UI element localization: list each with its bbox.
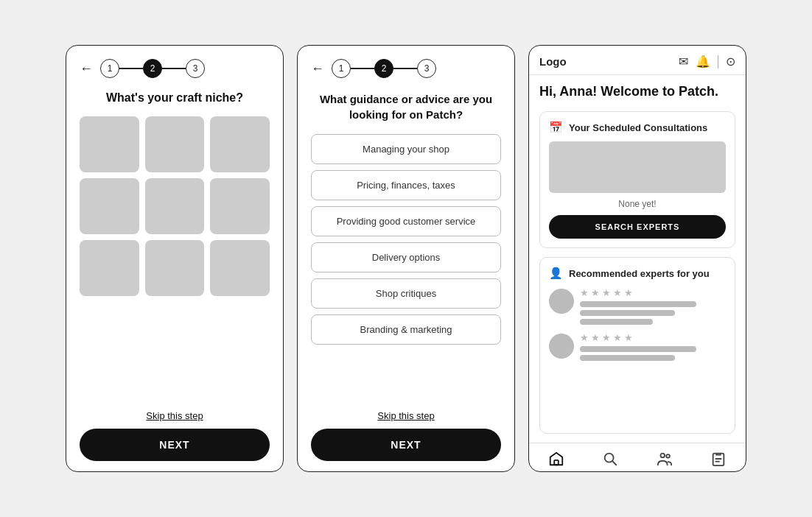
welcome-message: Hi, Anna! Welcome to Patch.: [539, 84, 735, 99]
expert-line-1a: [580, 301, 696, 307]
bottom-nav-home[interactable]: [548, 451, 564, 467]
consultations-card: 📅 Your Scheduled Consultations None yet!…: [539, 111, 735, 248]
star5: ★: [624, 287, 633, 298]
star1: ★: [580, 287, 589, 298]
svg-rect-0: [554, 460, 559, 465]
expert-line-2a: [580, 346, 696, 352]
recommended-title: Recommended experts for you: [569, 268, 710, 279]
header-icons: ✉ 🔔 ⊙: [679, 54, 735, 68]
step-1-screen2: 1: [332, 59, 351, 78]
bottom-nav-search[interactable]: [602, 451, 618, 467]
craft-niche-title: What's your craft niche?: [80, 91, 270, 105]
expert-row-2: ★ ★ ★ ★ ★: [549, 332, 726, 361]
star3: ★: [602, 287, 611, 298]
none-yet-label: None yet!: [549, 199, 726, 209]
grid-cell-2[interactable]: [145, 116, 205, 172]
expert-row-1: ★ ★ ★ ★ ★: [549, 287, 726, 325]
step-indicator-screen1: 1 2 3: [100, 59, 205, 78]
expert-info-1: ★ ★ ★ ★ ★: [580, 287, 726, 325]
step-3-screen1: 3: [186, 59, 205, 78]
screen-craft-niche: ← 1 2 3 What's your craft niche?: [66, 45, 284, 472]
star4: ★: [613, 332, 622, 343]
step-1-screen1: 1: [100, 59, 119, 78]
logo: Logo: [539, 55, 567, 68]
screen-dashboard: Logo ✉ 🔔 ⊙ Hi, Anna! Welcome to Patch. 📅…: [528, 45, 746, 472]
expert-avatar-2: [549, 334, 574, 359]
option-pricing[interactable]: Pricing, finances, taxes: [311, 170, 501, 200]
star2: ★: [591, 332, 600, 343]
grid-cell-1[interactable]: [80, 116, 139, 172]
expert-stars-2: ★ ★ ★ ★ ★: [580, 332, 726, 343]
option-shop-critiques[interactable]: Shop critiques: [311, 278, 501, 309]
calendar-icon: 📅: [549, 121, 563, 134]
option-delivery[interactable]: Delivery options: [311, 242, 501, 272]
top-nav-screen2: ← 1 2 3: [311, 59, 501, 78]
option-customer-service[interactable]: Providing good customer service: [311, 206, 501, 236]
step-line-2-screen1: [162, 68, 186, 69]
star2: ★: [591, 287, 600, 298]
expert-info-2: ★ ★ ★ ★ ★: [580, 332, 726, 361]
dashboard-body: Hi, Anna! Welcome to Patch. 📅 Your Sched…: [529, 75, 746, 443]
back-button-screen2[interactable]: ←: [311, 61, 324, 77]
step-3-screen2: 3: [417, 59, 436, 78]
craft-niche-grid: [80, 116, 270, 296]
grid-cell-9[interactable]: [210, 240, 270, 296]
expert-avatar-1: [549, 289, 574, 314]
bell-icon[interactable]: 🔔: [696, 54, 710, 68]
header-divider: [718, 55, 718, 68]
consultations-title: Your Scheduled Consultations: [569, 122, 707, 133]
skip-link-screen2[interactable]: Skip this step: [311, 410, 501, 421]
top-nav-screen1: ← 1 2 3: [80, 59, 270, 78]
star3: ★: [602, 332, 611, 343]
options-list: Managing your shop Pricing, finances, ta…: [311, 134, 501, 345]
expert-line-1b: [580, 310, 675, 316]
app-header: Logo ✉ 🔔 ⊙: [529, 46, 746, 75]
star5: ★: [624, 332, 633, 343]
svg-line-2: [612, 461, 616, 465]
recommended-header: 👤 Recommended experts for you: [549, 267, 726, 280]
grid-cell-5[interactable]: [145, 178, 205, 234]
consultations-header: 📅 Your Scheduled Consultations: [549, 121, 726, 134]
grid-cell-8[interactable]: [145, 240, 205, 296]
user-icon[interactable]: ⊙: [726, 54, 735, 68]
star1: ★: [580, 332, 589, 343]
search-experts-button[interactable]: SEARCH EXPERTS: [549, 215, 726, 239]
star4: ★: [613, 287, 622, 298]
step-2-screen2: 2: [374, 59, 393, 78]
expert-stars-1: ★ ★ ★ ★ ★: [580, 287, 726, 298]
back-button-screen1[interactable]: ←: [80, 61, 93, 77]
guidance-title: What guidance or advice are you looking …: [311, 91, 501, 122]
step-2-screen1: 2: [143, 59, 162, 78]
grid-cell-7[interactable]: [80, 240, 139, 296]
svg-point-3: [660, 454, 665, 458]
email-icon[interactable]: ✉: [679, 54, 688, 68]
screen-guidance: ← 1 2 3 What guidance or advice are you …: [297, 45, 515, 472]
bottom-nav-people[interactable]: [657, 451, 673, 467]
next-button-screen1[interactable]: NEXT: [80, 429, 270, 461]
people-icon: 👤: [549, 267, 563, 280]
grid-cell-3[interactable]: [210, 116, 270, 172]
recommended-experts-card: 👤 Recommended experts for you ★ ★ ★ ★ ★: [539, 257, 735, 434]
step-line-1-screen2: [351, 68, 374, 69]
expert-line-2b: [580, 355, 675, 361]
svg-point-4: [666, 454, 670, 458]
grid-cell-4[interactable]: [80, 178, 139, 234]
step-line-2-screen2: [393, 68, 417, 69]
option-managing-shop[interactable]: Managing your shop: [311, 134, 501, 164]
grid-cell-6[interactable]: [210, 178, 270, 234]
skip-link-screen1[interactable]: Skip this step: [80, 410, 270, 421]
bottom-nav: [529, 443, 746, 471]
step-indicator-screen2: 1 2 3: [332, 59, 436, 78]
option-branding[interactable]: Branding & marketing: [311, 314, 501, 345]
expert-line-1c: [580, 319, 653, 325]
next-button-screen2[interactable]: NEXT: [311, 429, 501, 461]
step-line-1-screen1: [119, 68, 143, 69]
bottom-nav-clipboard[interactable]: [710, 451, 727, 467]
consultation-image-placeholder: [549, 141, 726, 193]
